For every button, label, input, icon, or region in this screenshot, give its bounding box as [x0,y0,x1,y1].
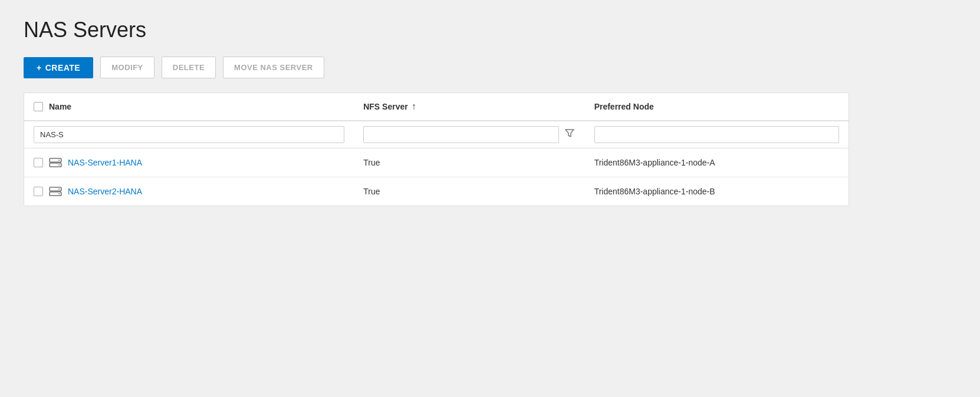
delete-button[interactable]: DELETE [162,57,216,78]
plus-icon: + [37,63,42,72]
filter-row [24,121,849,148]
filter-name-cell [24,121,354,148]
col-header-node: Preferred Node [585,93,849,121]
toolbar: + CREATE MODIFY DELETE MOVE NAS SERVER [24,57,956,78]
table-row: NAS-Server2-HANA True Trident86M3-applia… [24,177,849,206]
col-header-name: Name [24,93,354,121]
svg-point-6 [58,188,60,190]
row2-nfs-cell: True [354,177,584,206]
modify-button[interactable]: MODIFY [100,57,154,78]
move-nas-server-button[interactable]: MOVE NAS SERVER [223,57,324,78]
select-all-checkbox[interactable] [34,102,43,111]
row1-name-cell: NAS-Server1-HANA [24,148,354,177]
svg-point-7 [58,193,60,194]
nas-servers-table: Name NFS Server ↑ Preferred Node [24,92,849,206]
col-header-nfs: NFS Server ↑ [354,93,584,121]
nfs-filter-input[interactable] [363,126,558,143]
row1-nfs-cell: True [354,148,584,177]
page-title: NAS Servers [24,18,956,42]
row2-name-link[interactable]: NAS-Server2-HANA [68,187,142,196]
server-icon [49,158,62,167]
filter-node-cell [585,121,849,148]
row2-name-cell: NAS-Server2-HANA [24,177,354,206]
create-button[interactable]: + CREATE [24,57,93,78]
row2-node-cell: Trident86M3-appliance-1-node-B [585,177,849,206]
sort-asc-icon[interactable]: ↑ [412,101,416,112]
server-icon [49,187,62,196]
row2-checkbox[interactable] [34,187,43,196]
node-filter-input[interactable] [594,126,839,143]
svg-point-3 [58,164,60,166]
create-label: CREATE [45,63,81,72]
filter-icon[interactable] [564,127,575,142]
row1-checkbox[interactable] [34,158,43,167]
row1-node-cell: Trident86M3-appliance-1-node-A [585,148,849,177]
svg-point-2 [58,160,60,161]
name-filter-input[interactable] [34,126,344,143]
filter-nfs-cell [354,121,584,148]
table-row: NAS-Server1-HANA True Trident86M3-applia… [24,148,849,177]
row1-name-link[interactable]: NAS-Server1-HANA [68,158,142,167]
